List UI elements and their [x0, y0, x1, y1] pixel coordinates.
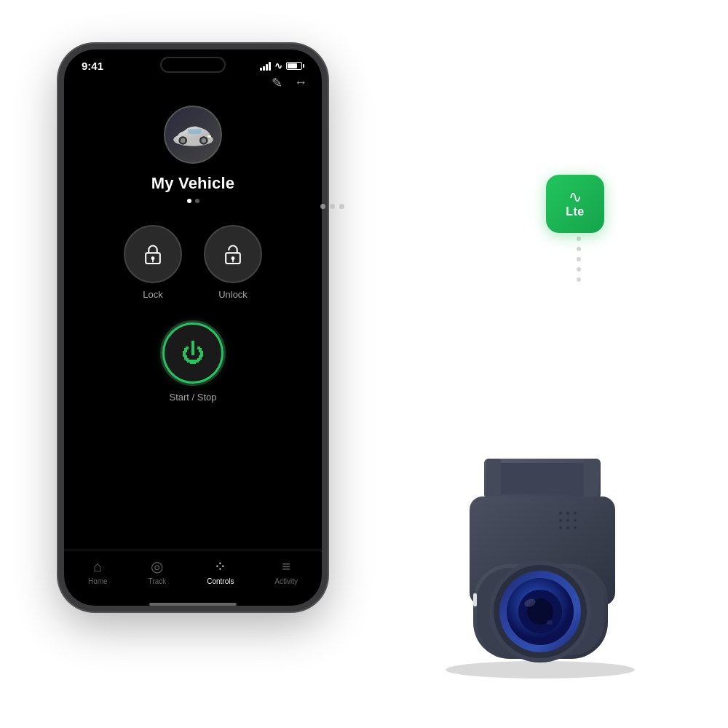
- activity-nav-label: Activity: [274, 577, 298, 585]
- start-stop-label: Start / Stop: [169, 392, 216, 403]
- vehicle-avatar: [164, 106, 222, 164]
- dynamic-island: [160, 57, 226, 73]
- dot-v-2: [577, 247, 581, 251]
- svg-point-4: [201, 138, 206, 143]
- svg-rect-14: [486, 459, 501, 502]
- bottom-nav: ⌂ Home ◎ Track ⁘ Controls ≡ Activity: [64, 550, 322, 600]
- svg-rect-36: [473, 593, 477, 606]
- status-time: 9:41: [82, 60, 103, 72]
- svg-point-21: [566, 519, 569, 522]
- app-content: My Vehicle: [64, 98, 322, 550]
- svg-point-18: [566, 512, 569, 515]
- home-indicator: [149, 603, 237, 606]
- controls-nav-icon: ⁘: [214, 558, 226, 575]
- dot-v-1: [577, 237, 581, 241]
- expand-icon[interactable]: ↔: [294, 75, 307, 91]
- page-dots: [187, 199, 199, 203]
- svg-point-22: [574, 519, 577, 522]
- svg-point-19: [574, 512, 577, 515]
- start-stop-container: ⏻ Start / Stop: [160, 320, 226, 403]
- phone: 9:41 ∿ ✎ ↔: [58, 44, 328, 612]
- nav-activity[interactable]: ≡ Activity: [274, 558, 298, 585]
- home-nav-label: Home: [88, 577, 108, 585]
- vehicle-name: My Vehicle: [151, 174, 235, 193]
- track-nav-icon: ◎: [151, 558, 163, 575]
- dashcam-svg: [415, 437, 662, 684]
- wifi-icon: ∿: [274, 60, 282, 71]
- dashcam-device: [415, 437, 662, 684]
- home-nav-icon: ⌂: [93, 558, 102, 575]
- dots-connector-horizontal: [320, 204, 344, 209]
- status-icons: ∿: [260, 60, 304, 71]
- svg-rect-15: [584, 459, 598, 502]
- dot-v-4: [577, 267, 581, 272]
- dot-v-3: [577, 257, 581, 261]
- dot-v-5: [577, 277, 581, 282]
- svg-point-35: [547, 620, 553, 625]
- svg-point-25: [574, 526, 577, 529]
- controls-row: Lock Unlock: [124, 225, 262, 300]
- signal-icon: [260, 62, 271, 71]
- activity-nav-icon: ≡: [282, 558, 290, 575]
- lte-wifi-icon: ∿: [569, 189, 582, 205]
- battery-icon: [286, 62, 304, 70]
- svg-point-37: [446, 661, 635, 678]
- svg-point-23: [559, 526, 562, 529]
- svg-point-20: [559, 519, 562, 522]
- unlock-label: Unlock: [218, 289, 248, 300]
- edit-icon[interactable]: ✎: [272, 75, 282, 91]
- unlock-button[interactable]: Unlock: [204, 225, 262, 300]
- nav-controls[interactable]: ⁘ Controls: [207, 558, 234, 585]
- car-image: [170, 119, 217, 151]
- controls-nav-label: Controls: [207, 577, 234, 585]
- dots-connector-vertical: [577, 237, 581, 282]
- nav-track[interactable]: ◎ Track: [149, 558, 167, 585]
- svg-rect-13: [488, 463, 597, 494]
- page-dot-1: [187, 199, 191, 203]
- track-nav-label: Track: [149, 577, 167, 585]
- svg-point-2: [180, 138, 185, 143]
- svg-point-24: [566, 526, 569, 529]
- svg-point-5: [207, 135, 211, 137]
- lte-badge: ∿ Lte: [546, 175, 604, 233]
- dot-h-2: [330, 204, 335, 209]
- top-actions: ✎ ↔: [64, 75, 322, 98]
- dot-h-3: [339, 204, 344, 209]
- page-dot-2: [195, 199, 199, 203]
- lock-icon: [140, 241, 166, 267]
- power-icon: ⏻: [181, 340, 205, 367]
- lock-label: Lock: [143, 289, 162, 300]
- lock-button[interactable]: Lock: [124, 225, 182, 300]
- nav-home[interactable]: ⌂ Home: [88, 558, 108, 585]
- unlock-icon: [220, 241, 246, 267]
- dot-h-1: [320, 204, 325, 209]
- svg-point-17: [559, 512, 562, 515]
- lte-label: Lte: [566, 205, 585, 218]
- start-stop-button[interactable]: ⏻: [160, 320, 226, 386]
- scene: 9:41 ∿ ✎ ↔: [36, 29, 692, 699]
